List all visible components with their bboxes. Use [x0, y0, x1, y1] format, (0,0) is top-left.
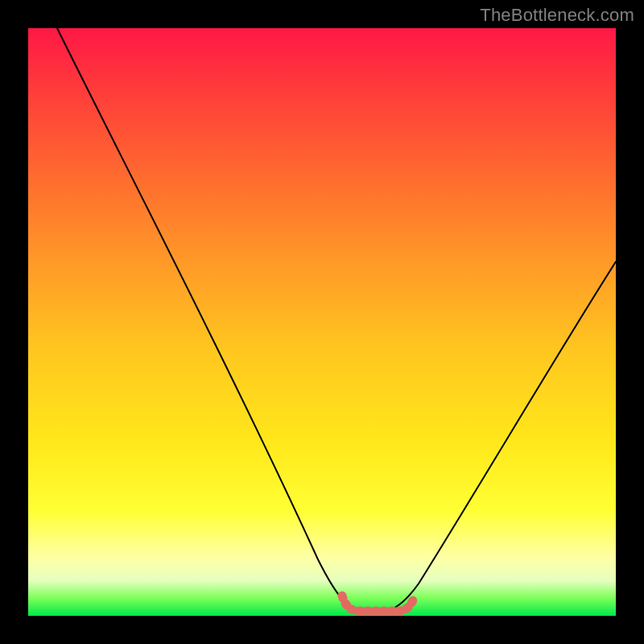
curve-layer — [28, 28, 616, 616]
bottleneck-curve-path — [57, 28, 616, 613]
watermark-text: TheBottleneck.com — [480, 5, 634, 26]
optimal-range-marker — [342, 596, 415, 611]
plot-area — [28, 28, 616, 616]
chart-frame: TheBottleneck.com — [0, 0, 644, 644]
